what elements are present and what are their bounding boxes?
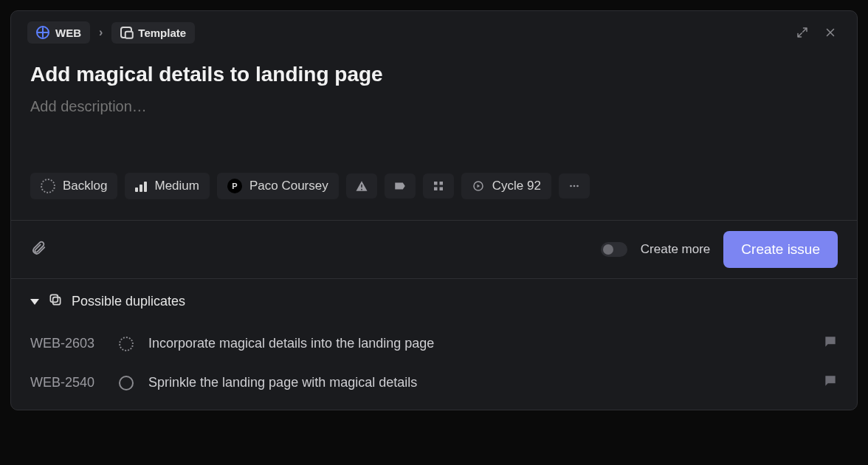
priority-label: Medium [154,179,199,193]
priority-pill[interactable]: Medium [125,173,209,199]
more-icon [568,179,581,193]
svg-rect-2 [434,187,438,191]
duplicate-key: WEB-2540 [30,375,104,390]
breadcrumb-separator: › [97,26,104,39]
breadcrumb-project-label: WEB [55,27,81,39]
modal-topbar: WEB › Template [11,11,857,49]
svg-rect-3 [439,187,443,191]
comment-icon[interactable] [823,334,838,353]
priority-medium-icon [135,180,147,192]
duplicate-icon [48,292,63,311]
attach-button[interactable] [30,240,46,259]
duplicate-title: Incorporate magical details into the lan… [148,336,808,351]
issue-description-input[interactable] [30,98,838,115]
more-properties-pill[interactable] [559,173,590,199]
close-button[interactable] [820,22,841,43]
svg-rect-0 [434,182,438,185]
comment-icon[interactable] [823,373,838,392]
label-pill[interactable] [385,173,416,199]
svg-rect-9 [53,297,61,305]
cycle-label: Cycle 92 [492,179,541,193]
template-icon [120,27,132,38]
duplicate-title: Sprinkle the landing page with magical d… [148,375,808,390]
svg-point-6 [574,185,576,187]
duplicate-row[interactable]: WEB-2603 Incorporate magical details int… [30,324,838,363]
chevron-down-icon [30,299,39,305]
status-backlog-icon [41,179,55,193]
duplicates-heading-label: Possible duplicates [72,294,185,309]
svg-point-7 [576,185,579,187]
breadcrumb-template-label: Template [138,27,186,39]
breadcrumb-template[interactable]: Template [111,22,195,44]
globe-icon [36,26,49,39]
expand-button[interactable] [792,22,813,43]
status-label: Backlog [63,179,107,193]
assignee-avatar: P [227,179,242,193]
modal-body: Backlog Medium P Paco Coursey [11,49,857,220]
breadcrumb-project[interactable]: WEB [27,21,90,44]
issue-title-input[interactable] [30,63,838,86]
svg-rect-8 [50,294,58,302]
create-more-toggle[interactable] [601,242,627,257]
duplicates-header[interactable]: Possible duplicates [30,292,838,311]
property-pill-row: Backlog Medium P Paco Coursey [30,173,838,214]
duplicates-section: Possible duplicates WEB-2603 Incorporate… [11,278,857,410]
create-issue-modal: WEB › Template Backlog Medium [10,10,858,410]
duplicate-row[interactable]: WEB-2540 Sprinkle the landing page with … [30,363,838,402]
assignee-pill[interactable]: P Paco Coursey [217,173,339,199]
close-icon [824,26,837,39]
svg-rect-1 [439,182,443,185]
triage-pill[interactable] [346,173,377,199]
svg-point-5 [570,185,572,187]
expand-icon [796,26,809,39]
cycle-icon [472,179,485,193]
status-todo-icon [119,376,134,390]
status-pill[interactable]: Backlog [30,173,117,199]
create-issue-button[interactable]: Create issue [723,231,838,268]
triage-icon [355,179,368,193]
assignee-name: Paco Coursey [249,179,328,193]
duplicate-key: WEB-2603 [30,336,104,351]
cycle-pill[interactable]: Cycle 92 [461,173,551,199]
create-more-label: Create more [641,242,710,257]
label-icon [393,179,407,193]
grid-icon [432,179,445,193]
modal-footer: Create more Create issue [11,220,857,278]
status-backlog-icon [119,337,134,351]
project-pill[interactable] [423,173,454,199]
